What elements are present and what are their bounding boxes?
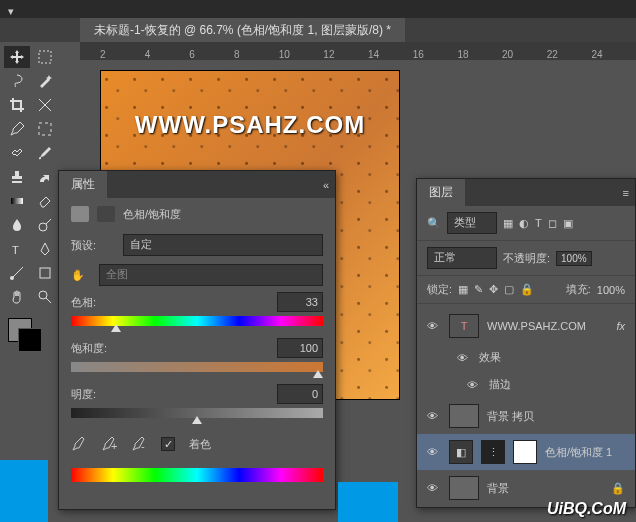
channel-select[interactable]: 全图 [99,264,323,286]
eyedropper-minus-icon[interactable]: - [131,436,147,452]
svg-point-5 [10,276,14,280]
layer-stroke-effect[interactable]: 👁 描边 [417,371,635,398]
fill-value[interactable]: 100% [597,284,625,296]
filter-type-icon[interactable]: T [535,217,542,229]
lock-label: 锁定: [427,282,452,297]
layers-list: 👁 T WWW.PSAHZ.COM fx 👁 效果 👁 描边 👁 背景 拷贝 👁… [417,304,635,510]
lightness-slider[interactable] [71,408,323,418]
stamp-tool[interactable] [4,166,30,188]
crop-tool[interactable] [4,94,30,116]
layers-tab[interactable]: 图层 [417,179,465,206]
hue-input[interactable] [277,292,323,312]
menu-icon[interactable]: ▾ [8,5,16,13]
layer-text[interactable]: 👁 T WWW.PSAHZ.COM fx [417,308,635,344]
colorize-label: 着色 [189,437,211,452]
path-tool[interactable] [4,262,30,284]
hand-tool[interactable] [4,286,30,308]
eraser-tool[interactable] [32,190,58,212]
fx-badge[interactable]: fx [616,320,625,332]
layer-name: 背景 拷贝 [487,409,534,424]
visibility-icon[interactable]: 👁 [427,410,441,422]
ruler-mark: 14 [368,49,413,60]
eyedropper-plus-icon[interactable]: + [101,436,117,452]
lasso-tool[interactable] [4,70,30,92]
filter-shape-icon[interactable]: ◻ [548,217,557,230]
preset-select[interactable]: 自定 [123,234,323,256]
eyedropper-icon[interactable] [71,436,87,452]
taskbar-mid [338,482,398,522]
svg-point-7 [39,291,47,299]
lock-brush-icon[interactable]: ✎ [474,283,483,296]
document-tab[interactable]: 未标题-1-恢复的 @ 66.7% (色相/饱和度 1, 图层蒙版/8) * [80,18,405,43]
move-tool[interactable] [4,46,30,68]
shape-tool[interactable] [32,262,58,284]
lightness-label: 明度: [71,387,96,402]
gradient-tool[interactable] [4,190,30,212]
filter-adjust-icon[interactable]: ◐ [519,217,529,230]
saturation-input[interactable] [277,338,323,358]
layer-hue-sat[interactable]: 👁 ◧ ⋮ 色相/饱和度 1 [417,434,635,470]
ruler-horizontal: 2 4 6 8 10 12 14 16 18 20 22 24 [80,42,636,60]
lightness-input[interactable] [277,384,323,404]
eyedropper-tool[interactable] [4,118,30,140]
pen-tool[interactable] [32,238,58,260]
svg-rect-2 [11,198,23,204]
zoom-tool[interactable] [32,286,58,308]
ruler-mark: 4 [145,49,190,60]
app-menubar: ▾ [0,0,636,18]
ruler-mark: 22 [547,49,592,60]
frame-tool[interactable] [32,118,58,140]
color-swatches[interactable] [4,318,58,366]
opacity-value[interactable]: 100% [556,251,592,266]
mask-icon [97,206,115,222]
blur-tool[interactable] [4,214,30,236]
layers-panel: 图层 ≡ 🔍 类型 ▦ ◐ T ◻ ▣ 正常 不透明度: 100% 锁定: ▦ … [416,178,636,508]
healing-tool[interactable] [4,142,30,164]
document-tabbar: 未标题-1-恢复的 @ 66.7% (色相/饱和度 1, 图层蒙版/8) * [0,18,636,42]
visibility-icon[interactable]: 👁 [467,379,481,391]
hue-slider[interactable] [71,316,323,326]
search-icon[interactable]: 🔍 [427,217,441,230]
lock-position-icon[interactable]: ✥ [489,283,498,296]
filter-type-select[interactable]: 类型 [447,212,497,234]
slice-tool[interactable] [32,94,58,116]
layer-mask[interactable] [513,440,537,464]
ruler-mark: 2 [100,49,145,60]
background-color[interactable] [18,328,42,352]
layer-bg-copy[interactable]: 👁 背景 拷贝 [417,398,635,434]
opacity-label: 不透明度: [503,251,550,266]
svg-rect-6 [40,268,50,278]
brush-tool[interactable] [32,142,58,164]
lock-all-icon[interactable]: 🔒 [520,283,534,296]
ruler-mark: 20 [502,49,547,60]
panel-menu-icon[interactable]: « [317,179,335,191]
magic-wand-tool[interactable] [32,70,58,92]
hand-icon[interactable]: ✋ [71,269,91,282]
properties-tab[interactable]: 属性 [59,171,107,198]
visibility-icon[interactable]: 👁 [427,482,441,494]
ruler-mark: 6 [189,49,234,60]
visibility-icon[interactable]: 👁 [457,352,471,364]
properties-panel: 属性 « 色相/饱和度 预设: 自定 ✋ 全图 色相: 饱和度: 明度: [58,170,336,510]
visibility-icon[interactable]: 👁 [427,320,441,332]
filter-smart-icon[interactable]: ▣ [563,217,573,230]
type-tool[interactable]: T [4,238,30,260]
adjustment-layer-icon: ◧ [449,440,473,464]
lock-pixels-icon[interactable]: ▦ [458,283,468,296]
layer-name: 色相/饱和度 1 [545,445,612,460]
layer-name: WWW.PSAHZ.COM [487,320,586,332]
hue-label: 色相: [71,295,96,310]
lock-artboard-icon[interactable]: ▢ [504,283,514,296]
svg-point-3 [39,223,47,231]
history-brush-tool[interactable] [32,166,58,188]
taskbar-left [0,460,48,522]
dodge-tool[interactable] [32,214,58,236]
colorize-checkbox[interactable] [161,437,175,451]
saturation-slider[interactable] [71,362,323,372]
layer-effects[interactable]: 👁 效果 [417,344,635,371]
marquee-tool[interactable] [32,46,58,68]
panel-menu-icon[interactable]: ≡ [617,187,635,199]
filter-pixel-icon[interactable]: ▦ [503,217,513,230]
blend-mode-select[interactable]: 正常 [427,247,497,269]
visibility-icon[interactable]: 👁 [427,446,441,458]
